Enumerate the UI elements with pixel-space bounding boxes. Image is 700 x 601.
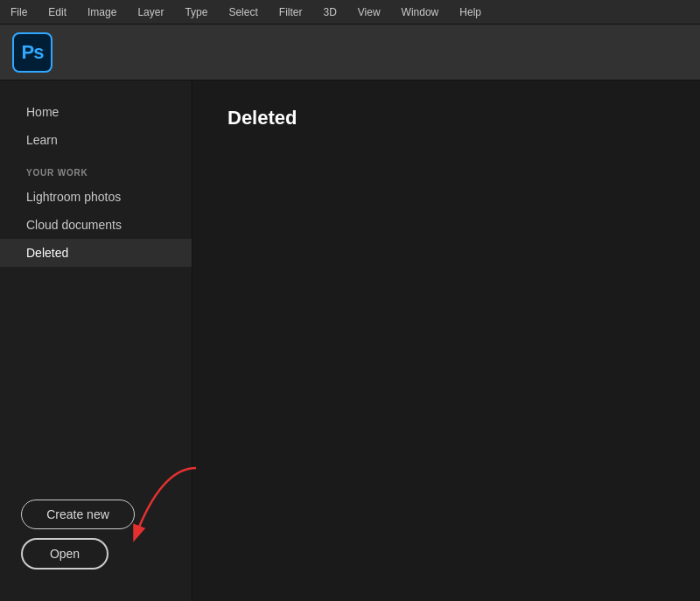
sidebar-item-learn[interactable]: Learn [0,126,192,154]
content-area: Deleted [192,80,700,601]
ps-logo: Ps [12,32,52,73]
sidebar-item-deleted[interactable]: Deleted [0,239,192,267]
sidebar-bottom: Create new Open [0,482,192,584]
menu-3d[interactable]: 3D [319,4,340,20]
menu-bar: File Edit Image Layer Type Select Filter… [0,0,700,24]
title-bar: Ps [0,24,700,80]
menu-select[interactable]: Select [225,4,261,20]
menu-type[interactable]: Type [181,4,211,20]
menu-edit[interactable]: Edit [45,4,70,20]
menu-help[interactable]: Help [456,4,485,20]
sidebar-item-lightroom[interactable]: Lightroom photos [0,183,192,211]
sidebar-section-your-work: YOUR WORK [0,154,192,183]
sidebar-item-home[interactable]: Home [0,98,192,126]
menu-window[interactable]: Window [398,4,443,20]
menu-image[interactable]: Image [84,4,120,20]
sidebar-nav: Home Learn YOUR WORK Lightroom photos Cl… [0,98,192,482]
content-title: Deleted [228,107,665,129]
arrow-annotation [74,459,214,556]
sidebar: Home Learn YOUR WORK Lightroom photos Cl… [0,80,192,601]
main-layout: Home Learn YOUR WORK Lightroom photos Cl… [0,80,700,601]
menu-view[interactable]: View [354,4,384,20]
sidebar-item-cloud-documents[interactable]: Cloud documents [0,211,192,239]
menu-filter[interactable]: Filter [276,4,306,20]
menu-layer[interactable]: Layer [134,4,167,20]
menu-file[interactable]: File [7,4,31,20]
